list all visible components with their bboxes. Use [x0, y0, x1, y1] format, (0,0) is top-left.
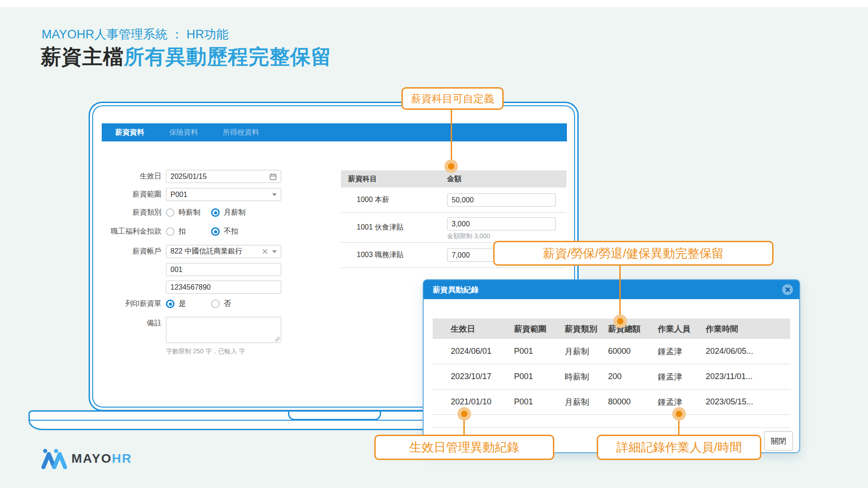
radio-unselected-icon[interactable]: [211, 300, 220, 308]
tab-insurance-data[interactable]: 保險資料: [169, 128, 198, 137]
form-row-account-number: 1234567890: [109, 281, 281, 294]
radio-hourly-label: 時薪制: [179, 208, 200, 217]
radio-selected-icon[interactable]: [166, 300, 175, 308]
logo-text-dark: MAYO: [71, 451, 112, 465]
salary-type-group: 時薪制 月薪制: [166, 208, 281, 217]
tab-income-tax-data[interactable]: 所得稅資料: [223, 128, 259, 137]
close-icon[interactable]: [782, 284, 793, 295]
radio-yes[interactable]: 是: [166, 299, 211, 309]
mayohr-logo-icon: [41, 448, 67, 469]
radio-monthly-label: 月薪制: [224, 208, 245, 217]
cell-operation-time: 2023/05/15...: [706, 397, 790, 407]
salary-account-value: 822 中國信託商業銀行: [170, 247, 262, 256]
subjects-table-header: 薪資科目 金額: [341, 170, 566, 188]
form-row-notes: 備註: [109, 317, 281, 343]
salary-type-label: 薪資類別: [109, 208, 161, 217]
cell-salary-type: 月薪制: [565, 346, 608, 357]
form-row-salary-range: 薪資範圍 P001: [109, 188, 281, 201]
logo-text-blue: HR: [112, 451, 132, 465]
page: MAYOHR人事管理系統 ： HR功能 薪資主檔所有異動歷程完整保留 薪資資料 …: [0, 0, 868, 488]
salary-change-history-modal: 薪資異動紀錄 生效日 薪資範圍 薪資類別 薪資總額 作業人員 作業時間 2024…: [423, 279, 800, 453]
radio-no[interactable]: 否: [211, 299, 256, 309]
radio-no-label: 否: [224, 299, 231, 309]
subject-amount-value: 50,000: [452, 196, 551, 204]
form-row-print-payslip: 列印薪資單 是 否: [109, 299, 281, 309]
cell-effective-date: 2023/10/17: [451, 372, 514, 381]
cell-salary-total: 60000: [608, 347, 658, 356]
account-number-input[interactable]: 1234567890: [166, 281, 281, 294]
chevron-down-icon[interactable]: [272, 250, 277, 253]
welfare-deduction-label: 職工福利金扣款: [109, 227, 161, 236]
notes-label: 備註: [109, 319, 161, 328]
mayohr-logo-text: MAYOHR: [71, 451, 132, 466]
radio-hourly[interactable]: 時薪制: [166, 208, 211, 217]
subjects-header-amount: 金額: [447, 174, 462, 184]
notes-textarea[interactable]: [166, 317, 281, 343]
radio-deduct[interactable]: 扣: [166, 227, 211, 236]
form-row-notes-helper: 字數限制 250 字，已輸入 字: [109, 347, 245, 356]
page-title-dark: 薪資主檔: [41, 45, 124, 68]
tab-salary-data[interactable]: 薪資資料: [115, 128, 144, 137]
radio-unselected-icon[interactable]: [166, 227, 175, 236]
cell-salary-type: 月薪制: [565, 397, 608, 408]
effective-date-label: 生效日: [109, 172, 161, 181]
table-row: 1001 伙食津貼 3,000 金額限制 3,000: [341, 213, 566, 243]
subject-amount-input[interactable]: 50,000: [447, 193, 556, 206]
page-title: 薪資主檔所有異動歷程完整保留: [41, 43, 332, 70]
cell-salary-type: 時薪制: [565, 371, 608, 382]
table-row: 2024/06/01 P001 月薪制 60000 鍾孟津 2024/06/05…: [433, 339, 790, 364]
radio-no-deduct-label: 不扣: [224, 227, 238, 236]
subjects-header-name: 薪資科目: [341, 174, 447, 184]
salary-account-label: 薪資帳戶: [109, 247, 161, 256]
callout-dot: [613, 314, 627, 328]
radio-selected-icon[interactable]: [211, 227, 220, 236]
mayohr-logo: MAYOHR: [41, 448, 132, 469]
col-salary-type: 薪資類別: [565, 324, 608, 334]
salary-account-select[interactable]: 822 中國信託商業銀行: [166, 245, 281, 258]
amount-limit-helper: 金額限制 3,000: [447, 232, 556, 240]
account-number-value: 1234567890: [170, 283, 277, 291]
form-row-welfare-deduction: 職工福利金扣款 扣 不扣: [109, 227, 281, 236]
modal-title: 薪資異動紀錄: [433, 285, 782, 295]
close-button[interactable]: 關閉: [764, 431, 793, 451]
modal-header: 薪資異動紀錄: [424, 280, 799, 299]
effective-date-input[interactable]: 2025/01/15: [166, 170, 281, 183]
cell-salary-range: P001: [514, 397, 565, 407]
subject-name: 1000 本薪: [341, 195, 447, 205]
subject-name: 1001 伙食津貼: [341, 223, 447, 232]
col-effective-date: 生效日: [451, 324, 514, 334]
branch-input[interactable]: 001: [166, 263, 281, 276]
radio-deduct-label: 扣: [179, 227, 186, 236]
cell-operator: 鍾孟津: [658, 397, 706, 408]
radio-monthly[interactable]: 月薪制: [211, 208, 256, 217]
chevron-down-icon[interactable]: [272, 193, 277, 196]
callout-history: 薪資/勞保/勞退/健保異動完整保留: [493, 241, 774, 266]
print-payslip-group: 是 否: [166, 299, 281, 309]
cell-salary-range: P001: [514, 372, 565, 381]
cell-effective-date: 2024/06/01: [451, 347, 514, 356]
radio-selected-icon[interactable]: [211, 208, 220, 217]
cell-salary-total: 80000: [608, 397, 658, 407]
clear-icon[interactable]: [262, 249, 268, 254]
welfare-deduction-group: 扣 不扣: [166, 227, 281, 236]
callout-dot: [444, 160, 458, 173]
cell-operator: 鍾孟津: [658, 371, 706, 382]
table-row: 2021/01/10 P001 月薪制 80000 鍾孟津 2023/05/15…: [433, 389, 790, 415]
radio-no-deduct[interactable]: 不扣: [211, 227, 256, 236]
modal-footer-divider: [433, 427, 790, 428]
salary-range-select[interactable]: P001: [166, 188, 281, 201]
form-row-salary-type: 薪資類別 時薪制 月薪制: [109, 208, 281, 217]
table-row: 1000 本薪 50,000: [341, 188, 566, 213]
form-row-salary-account: 薪資帳戶 822 中國信託商業銀行: [109, 245, 281, 258]
branch-value: 001: [170, 266, 277, 274]
subject-amount-input[interactable]: 3,000: [447, 217, 556, 230]
history-table-header: 生效日 薪資範圍 薪資類別 薪資總額 作業人員 作業時間: [433, 319, 790, 339]
col-operation-time: 作業時間: [706, 324, 790, 334]
callout-subjects: 薪資科目可自定義: [401, 87, 504, 110]
cell-effective-date: 2021/01/10: [451, 397, 514, 407]
callout-line: [619, 265, 621, 319]
subject-name: 1003 職務津貼: [341, 250, 447, 260]
radio-unselected-icon[interactable]: [166, 208, 175, 217]
salary-range-value: P001: [170, 191, 272, 199]
calendar-icon[interactable]: [269, 173, 277, 180]
